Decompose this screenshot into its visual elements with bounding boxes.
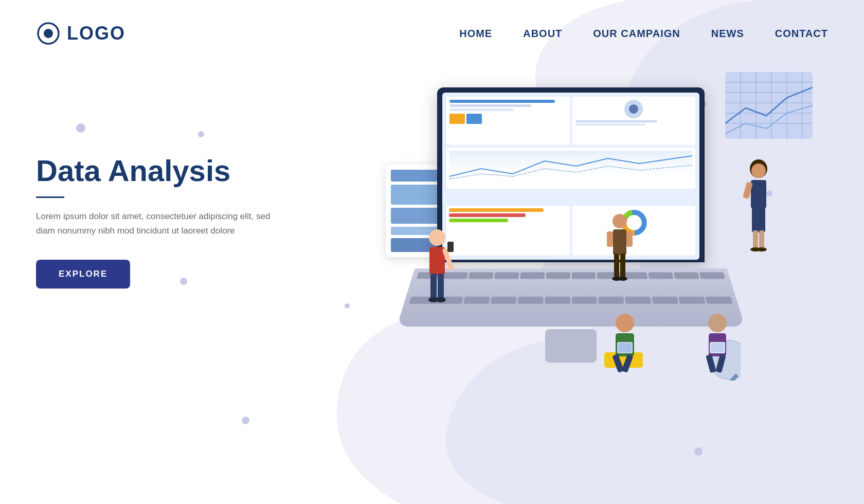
person-1 <box>417 226 458 319</box>
key <box>520 272 545 279</box>
screen-panel-chart <box>446 148 695 189</box>
svg-point-21 <box>436 297 446 302</box>
nav-our-campaign[interactable]: OUR CAMPAIGN <box>593 28 680 40</box>
svg-rect-55 <box>711 343 724 352</box>
key <box>678 296 705 303</box>
svg-rect-19 <box>438 274 444 299</box>
screen-panel-3 <box>446 206 570 256</box>
key <box>545 296 570 303</box>
key <box>517 296 543 303</box>
key <box>468 272 493 279</box>
grid-panel <box>725 72 813 139</box>
dot-3 <box>345 303 350 309</box>
hero-divider <box>36 196 64 198</box>
explore-button[interactable]: EXPLORE <box>36 260 130 289</box>
key <box>546 272 570 279</box>
illustration <box>375 57 838 478</box>
svg-rect-31 <box>626 231 633 247</box>
svg-point-1 <box>44 29 53 38</box>
logo-icon <box>36 21 61 46</box>
person-5 <box>694 309 741 381</box>
logo-text: LOGO <box>67 23 125 44</box>
nav-news[interactable]: NEWS <box>711 28 744 40</box>
dot-7 <box>242 417 249 424</box>
nav-contact[interactable]: CONTACT <box>775 28 828 40</box>
key <box>652 296 678 303</box>
svg-rect-27 <box>620 254 625 278</box>
hero-description: Lorem ipsum dolor sit amet, consectetuer… <box>36 209 283 238</box>
key <box>463 296 490 303</box>
dot-0 <box>76 123 85 133</box>
person-4 <box>602 309 648 381</box>
header: LOGO HOME ABOUT OUR CAMPAIGN NEWS CONTAC… <box>0 0 864 67</box>
hero-title: Data Analysis <box>36 154 283 187</box>
key <box>571 272 596 279</box>
logo-area: LOGO <box>36 21 125 46</box>
svg-rect-37 <box>759 230 764 248</box>
hero-content: Data Analysis Lorem ipsum dolor sit amet… <box>36 154 283 289</box>
key <box>705 296 732 303</box>
laptop-screen <box>437 87 705 262</box>
svg-rect-25 <box>613 229 626 255</box>
svg-rect-35 <box>752 207 765 232</box>
svg-rect-18 <box>430 274 437 299</box>
svg-rect-36 <box>753 230 758 248</box>
svg-rect-23 <box>447 242 454 252</box>
key <box>648 272 673 279</box>
key <box>490 296 516 303</box>
screen-chart-svg <box>449 151 692 184</box>
laptop-screen-content <box>442 93 699 260</box>
svg-point-50 <box>708 314 727 332</box>
svg-point-33 <box>751 164 766 178</box>
person-3 <box>741 159 777 262</box>
key <box>699 272 726 279</box>
touchpad <box>545 329 597 363</box>
svg-rect-34 <box>751 180 766 208</box>
svg-point-29 <box>618 277 627 281</box>
nav-about[interactable]: ABOUT <box>523 28 562 40</box>
svg-rect-26 <box>614 254 619 278</box>
key <box>494 272 519 279</box>
screen-panel-1 <box>446 97 570 145</box>
screen-panel-2 <box>572 97 696 145</box>
key <box>572 296 598 303</box>
svg-point-16 <box>429 229 445 246</box>
dot-1 <box>198 131 204 137</box>
svg-point-24 <box>613 214 627 228</box>
svg-point-42 <box>616 314 634 332</box>
svg-point-39 <box>757 247 767 251</box>
navigation: HOME ABOUT OUR CAMPAIGN NEWS CONTACT <box>459 28 828 40</box>
key <box>674 272 699 279</box>
grid-svg <box>725 72 813 139</box>
person-2 <box>602 211 638 298</box>
svg-rect-30 <box>607 231 613 247</box>
svg-rect-47 <box>618 343 632 352</box>
nav-home[interactable]: HOME <box>459 28 492 40</box>
svg-rect-12 <box>449 151 692 184</box>
